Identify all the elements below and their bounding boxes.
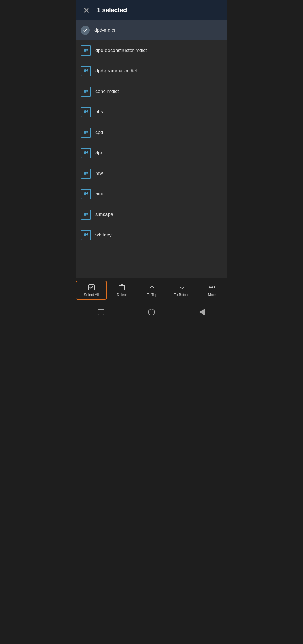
item-label: bhs (95, 109, 103, 115)
to-top-button[interactable]: To Top (137, 281, 167, 299)
mdict-icon: M (81, 87, 91, 97)
mdict-icon: M (81, 169, 91, 179)
nav-square-button[interactable] (96, 307, 106, 317)
to-bottom-button[interactable]: To Bottom (167, 281, 197, 299)
system-nav-bar (76, 304, 227, 322)
svg-point-12 (209, 287, 210, 288)
nav-circle-icon (148, 309, 155, 315)
svg-point-13 (212, 287, 213, 288)
mdict-icon: M (81, 128, 91, 138)
select-all-button[interactable]: Select All (76, 281, 107, 300)
list-item[interactable]: M simsapa (76, 204, 227, 225)
to-top-icon (148, 284, 156, 291)
item-label: whitney (95, 232, 112, 238)
nav-back-button[interactable] (197, 307, 207, 317)
bottom-toolbar: Select All Delete To Top To Bottom (76, 278, 227, 304)
list-item[interactable]: M dpr (76, 143, 227, 163)
mdict-icon: M (81, 66, 91, 76)
more-label: More (208, 293, 217, 297)
check-circle-icon (81, 26, 90, 35)
more-icon (208, 284, 216, 291)
list-item[interactable]: M cone-mdict (76, 81, 227, 102)
item-label: dpd-grammar-mdict (95, 68, 137, 74)
mdict-icon: M (81, 107, 91, 117)
delete-button[interactable]: Delete (107, 281, 137, 299)
item-label: dpd-deconstructor-mdict (95, 48, 147, 53)
mdict-icon: M (81, 148, 91, 158)
mdict-icon: M (81, 45, 91, 56)
svg-point-14 (214, 287, 215, 288)
list-item[interactable]: dpd-mdict (76, 20, 227, 40)
to-bottom-label: To Bottom (174, 293, 190, 297)
list-item[interactable]: M peu (76, 184, 227, 204)
to-top-label: To Top (147, 293, 157, 297)
nav-square-icon (98, 309, 104, 315)
more-button[interactable]: More (197, 281, 227, 299)
app-header: 1 selected (76, 0, 227, 20)
nav-back-icon (199, 309, 205, 315)
list-item[interactable]: M whitney (76, 225, 227, 245)
mdict-icon: M (81, 210, 91, 220)
dictionary-list: dpd-mdict M dpd-deconstructor-mdict M dp… (76, 20, 227, 278)
list-item[interactable]: M dpd-deconstructor-mdict (76, 40, 227, 61)
item-label: mw (95, 171, 103, 176)
item-label: dpr (95, 150, 102, 156)
nav-home-button[interactable] (147, 307, 156, 317)
select-all-label: Select All (84, 293, 99, 297)
list-item[interactable]: M mw (76, 163, 227, 184)
list-item[interactable]: M bhs (76, 102, 227, 122)
mdict-icon: M (81, 230, 91, 240)
item-label: dpd-mdict (94, 28, 115, 33)
close-button[interactable] (81, 5, 91, 15)
delete-icon (118, 284, 126, 291)
header-title: 1 selected (97, 6, 127, 14)
item-label: cpd (95, 130, 103, 135)
mdict-icon: M (81, 189, 91, 199)
select-all-icon (88, 284, 95, 291)
item-label: peu (95, 191, 103, 197)
svg-rect-2 (89, 285, 94, 290)
list-item[interactable]: M dpd-grammar-mdict (76, 61, 227, 81)
close-icon (83, 7, 90, 13)
list-item[interactable]: M cpd (76, 122, 227, 143)
delete-label: Delete (117, 293, 127, 297)
item-label: cone-mdict (95, 89, 119, 94)
item-label: simsapa (95, 212, 113, 217)
to-bottom-icon (178, 284, 186, 291)
svg-rect-3 (120, 286, 124, 290)
